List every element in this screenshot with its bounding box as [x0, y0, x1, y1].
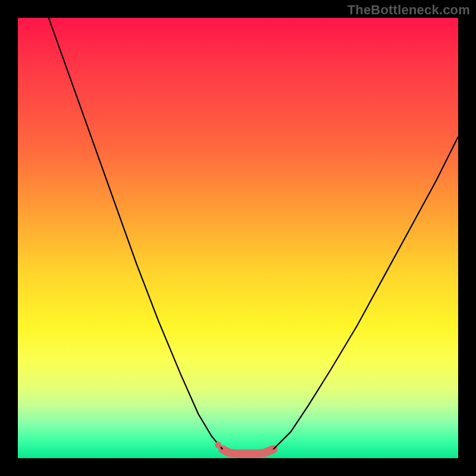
- valley-segment: [223, 449, 273, 453]
- plot-area: [18, 18, 458, 458]
- watermark-text: TheBottleneck.com: [347, 2, 470, 18]
- chart-svg: [18, 18, 458, 458]
- left-curve: [49, 18, 223, 449]
- right-curve: [273, 137, 458, 449]
- chart-frame: TheBottleneck.com: [0, 0, 476, 476]
- valley-dot: [215, 441, 221, 448]
